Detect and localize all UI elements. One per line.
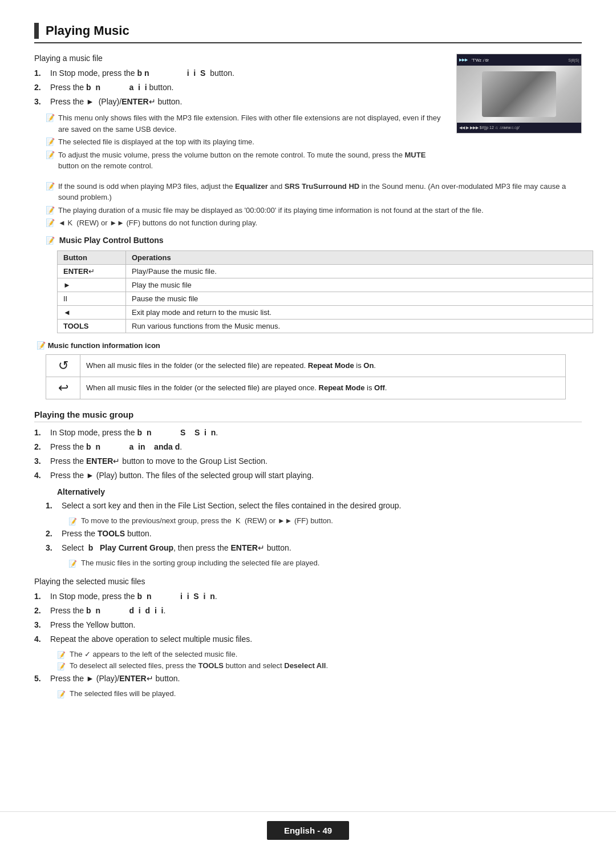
page-content: Playing Music Playing a music file 1. In… (0, 0, 616, 750)
selected-note-2: 📝 To deselect all selected files, press … (46, 661, 582, 670)
tv-screenshot: ▶▶▶ 'T'Wz ♪'dr S|8|S| ◀◀ ▶ ▶▶▶ $#||p 12 … (456, 54, 582, 134)
op-enter: Play/Pause the music file. (126, 264, 593, 278)
group-step-3: 3. Press the ENTER↵ button to move to th… (34, 455, 582, 467)
alt-steps-list: 1. Select a sort key and then in the Fil… (46, 500, 582, 512)
selected-note-3: 📝 The selected files will be played. (46, 689, 582, 698)
alt-note-2: 📝 The music files in the sorting group i… (57, 559, 582, 568)
alt-step-3: 3. Select b Play Current Group, then pre… (46, 542, 582, 554)
tv-bottom-bar: ◀◀ ▶ ▶▶▶ $#||p 12 ♫ ♫raew♫♫p' (457, 123, 581, 133)
page-title-section: Playing Music (34, 23, 582, 43)
note-item: 📝 ◄ K (REW) or ►► (FF) buttons do not fu… (46, 217, 582, 229)
btn-tools: TOOLS (58, 319, 126, 333)
notes-list-2: 📝 If the sound is odd when playing MP3 f… (34, 181, 582, 229)
playing-selected-heading: Playing the selected music files (34, 577, 582, 586)
selected-note-1: 📝 The ✓ appears to the left of the selec… (46, 650, 582, 659)
alt-note-1: 📝 To move to the previous/next group, pr… (57, 516, 582, 525)
selected-steps-list: 1. In Stop mode, press the b n i i S i n… (34, 591, 582, 645)
playing-music-file-heading: Playing a music file (34, 54, 445, 63)
step-1: 1. In Stop mode, press the b n i i S but… (34, 67, 445, 79)
page-title: Playing Music (46, 23, 129, 38)
alt-steps-list-2: 2. Press the TOOLS button. 3. Select b P… (46, 528, 582, 554)
step-3: 3. Press the ► (Play)/ENTER↵ button. (34, 96, 445, 108)
table-row: ► Play the music file (58, 278, 593, 292)
step-list-1: 1. In Stop mode, press the b n i i S but… (34, 67, 445, 108)
playing-music-file-section: Playing a music file 1. In Stop mode, pr… (34, 54, 582, 175)
op-pause: Pause the music file (126, 292, 593, 305)
table-row: ↩ When all music files in the folder (or… (46, 377, 566, 399)
alternatively-heading: Alternatively (57, 487, 582, 496)
control-buttons-table: Button Operations ENTER↵ Play/Pause the … (57, 250, 593, 333)
col-button: Button (58, 250, 126, 264)
repeat-on-desc: When all music files in the folder (or t… (80, 354, 566, 377)
playing-group-heading: Playing the music group (34, 410, 582, 422)
table-row: ↺ When all music files in the folder (or… (46, 354, 566, 377)
note-item: 📝 This menu only shows files with the MP… (46, 112, 445, 135)
notes-list-1: 📝 This menu only shows files with the MP… (34, 112, 445, 172)
selected-step-3: 3. Press the Yellow button. (34, 619, 582, 631)
selected-step-4: 4. Repeat the above operation to select … (34, 633, 582, 645)
tv-screen: ▶▶▶ 'T'Wz ♪'dr S|8|S| ◀◀ ▶ ▶▶▶ $#||p 12 … (457, 54, 581, 133)
tv-top-bar: ▶▶▶ 'T'Wz ♪'dr S|8|S| (457, 54, 581, 66)
table-row: ◄ Exit play mode and return to the music… (58, 305, 593, 319)
op-play: Play the music file (126, 278, 593, 292)
playing-music-file-text: Playing a music file 1. In Stop mode, pr… (34, 54, 445, 175)
tv-visual-content (457, 66, 581, 123)
page-footer: English - 49 (0, 811, 616, 849)
step-2: 2. Press the b n a i i button. (34, 82, 445, 94)
table-row: ENTER↵ Play/Pause the music file. (58, 264, 593, 278)
alt-step-2: 2. Press the TOOLS button. (46, 528, 582, 540)
note-item: 📝 To adjust the music volume, press the … (46, 149, 445, 172)
repeat-on-icon: ↺ (46, 354, 80, 377)
music-function-icon-section: 📝 Music function information icon ↺ When… (34, 341, 582, 399)
title-bar-decoration (34, 23, 39, 39)
group-step-4: 4. Press the ► (Play) button. The files … (34, 470, 582, 482)
selected-step-1: 1. In Stop mode, press the b n i i S i n… (34, 591, 582, 603)
group-step-1: 1. In Stop mode, press the b n S S i n. (34, 427, 582, 439)
note-item: 📝 The playing duration of a music file m… (46, 205, 582, 216)
music-icon-table: ↺ When all music files in the folder (or… (46, 354, 566, 399)
note-item: 📝 If the sound is odd when playing MP3 f… (46, 181, 582, 203)
music-function-heading: 📝 Music function information icon (37, 341, 582, 350)
selected-step-2: 2. Press the b n d i d i i. (34, 605, 582, 617)
btn-stop: ◄ (58, 305, 126, 319)
op-tools: Run various functions from the Music men… (126, 319, 593, 333)
selected-step-5-list: 5. Press the ► (Play)/ENTER↵ button. (34, 673, 582, 685)
op-stop: Exit play mode and return to the music l… (126, 305, 593, 319)
playing-music-group-section: Playing the music group 1. In Stop mode,… (34, 410, 582, 568)
repeat-off-desc: When all music files in the folder (or t… (80, 377, 566, 399)
col-operations: Operations (126, 250, 593, 264)
alt-step-1: 1. Select a sort key and then in the Fil… (46, 500, 582, 512)
table-row: TOOLS Run various functions from the Mus… (58, 319, 593, 333)
btn-play: ► (58, 278, 126, 292)
repeat-off-icon: ↩ (46, 377, 80, 399)
playing-selected-section: Playing the selected music files 1. In S… (34, 577, 582, 698)
selected-step-5: 5. Press the ► (Play)/ENTER↵ button. (34, 673, 582, 685)
group-steps-list: 1. In Stop mode, press the b n S S i n. … (34, 427, 582, 482)
control-buttons-section: 📝 Music Play Control Buttons Button Oper… (46, 236, 582, 333)
note-item: 📝 The selected file is displayed at the … (46, 136, 445, 148)
page-number-badge: English - 49 (267, 821, 349, 840)
btn-enter: ENTER↵ (58, 264, 126, 278)
btn-pause: II (58, 292, 126, 305)
control-buttons-heading: 📝 Music Play Control Buttons (46, 236, 582, 245)
group-step-2: 2. Press the b n a in anda d. (34, 441, 582, 453)
table-row: II Pause the music file (58, 292, 593, 305)
